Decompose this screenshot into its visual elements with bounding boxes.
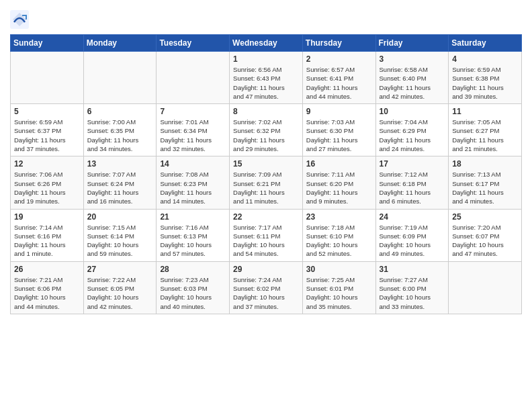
calendar-header <box>10 7 522 29</box>
day-info: Sunrise: 7:16 AM Sunset: 6:13 PM Dayligh… <box>160 223 226 259</box>
calendar-cell: 29Sunrise: 7:24 AM Sunset: 6:02 PM Dayli… <box>230 261 303 314</box>
day-number: 30 <box>306 265 372 274</box>
day-number: 11 <box>452 107 518 116</box>
day-info: Sunrise: 7:22 AM Sunset: 6:05 PM Dayligh… <box>87 275 153 311</box>
day-info: Sunrise: 7:07 AM Sunset: 6:24 PM Dayligh… <box>87 170 153 205</box>
day-info: Sunrise: 7:27 AM Sunset: 6:00 PM Dayligh… <box>380 275 445 311</box>
day-header-thursday: Thursday <box>302 35 375 52</box>
calendar-table: SundayMondayTuesdayWednesdayThursdayFrid… <box>10 34 522 314</box>
logo-icon <box>10 10 29 29</box>
day-number: 12 <box>14 159 80 169</box>
calendar-cell: 19Sunrise: 7:14 AM Sunset: 6:16 PM Dayli… <box>11 209 84 261</box>
day-header-wednesday: Wednesday <box>230 35 303 52</box>
calendar-cell: 8Sunrise: 7:02 AM Sunset: 6:32 PM Daylig… <box>230 104 303 156</box>
calendar-cell: 5Sunrise: 6:59 AM Sunset: 6:37 PM Daylig… <box>11 104 84 156</box>
day-info: Sunrise: 7:14 AM Sunset: 6:16 PM Dayligh… <box>14 223 80 259</box>
day-number: 14 <box>160 159 226 169</box>
day-number: 15 <box>233 159 299 169</box>
calendar-cell: 1Sunrise: 6:56 AM Sunset: 6:43 PM Daylig… <box>230 52 303 104</box>
day-header-friday: Friday <box>375 35 449 52</box>
day-header-monday: Monday <box>83 35 157 52</box>
day-info: Sunrise: 6:57 AM Sunset: 6:41 PM Dayligh… <box>306 65 372 101</box>
day-info: Sunrise: 7:18 AM Sunset: 6:10 PM Dayligh… <box>306 223 372 259</box>
day-info: Sunrise: 7:13 AM Sunset: 6:17 PM Dayligh… <box>452 170 518 205</box>
day-info: Sunrise: 6:59 AM Sunset: 6:38 PM Dayligh… <box>452 65 518 101</box>
calendar-cell: 26Sunrise: 7:21 AM Sunset: 6:06 PM Dayli… <box>11 261 84 314</box>
day-number: 26 <box>14 265 80 274</box>
calendar-cell: 20Sunrise: 7:15 AM Sunset: 6:14 PM Dayli… <box>83 209 157 261</box>
day-info: Sunrise: 7:09 AM Sunset: 6:21 PM Dayligh… <box>233 170 299 205</box>
day-info: Sunrise: 7:12 AM Sunset: 6:18 PM Dayligh… <box>380 170 445 205</box>
calendar-cell: 23Sunrise: 7:18 AM Sunset: 6:10 PM Dayli… <box>302 209 375 261</box>
day-header-saturday: Saturday <box>449 35 522 52</box>
day-info: Sunrise: 7:05 AM Sunset: 6:27 PM Dayligh… <box>452 118 518 153</box>
day-number: 1 <box>233 54 299 64</box>
calendar-cell: 14Sunrise: 7:08 AM Sunset: 6:23 PM Dayli… <box>157 156 230 209</box>
calendar-cell: 24Sunrise: 7:19 AM Sunset: 6:09 PM Dayli… <box>375 209 449 261</box>
day-number: 18 <box>452 159 518 169</box>
day-info: Sunrise: 7:06 AM Sunset: 6:26 PM Dayligh… <box>14 170 80 205</box>
day-number: 8 <box>233 107 299 116</box>
day-number: 5 <box>14 107 80 116</box>
day-info: Sunrise: 6:58 AM Sunset: 6:40 PM Dayligh… <box>380 65 445 101</box>
calendar-cell: 6Sunrise: 7:00 AM Sunset: 6:35 PM Daylig… <box>83 104 157 156</box>
calendar-cell <box>157 52 230 104</box>
day-info: Sunrise: 7:03 AM Sunset: 6:30 PM Dayligh… <box>306 118 372 153</box>
day-info: Sunrise: 7:02 AM Sunset: 6:32 PM Dayligh… <box>233 118 299 153</box>
day-number: 3 <box>380 54 445 64</box>
day-info: Sunrise: 7:23 AM Sunset: 6:03 PM Dayligh… <box>160 275 226 311</box>
calendar-cell: 12Sunrise: 7:06 AM Sunset: 6:26 PM Dayli… <box>11 156 84 209</box>
calendar-cell: 27Sunrise: 7:22 AM Sunset: 6:05 PM Dayli… <box>83 261 157 314</box>
week-row-4: 19Sunrise: 7:14 AM Sunset: 6:16 PM Dayli… <box>11 209 522 261</box>
calendar-cell: 15Sunrise: 7:09 AM Sunset: 6:21 PM Dayli… <box>230 156 303 209</box>
day-number: 16 <box>306 159 372 169</box>
day-number: 24 <box>380 212 445 222</box>
day-info: Sunrise: 7:11 AM Sunset: 6:20 PM Dayligh… <box>306 170 372 205</box>
day-number: 25 <box>452 212 518 222</box>
calendar-cell: 22Sunrise: 7:17 AM Sunset: 6:11 PM Dayli… <box>230 209 303 261</box>
day-number: 19 <box>14 212 80 222</box>
day-number: 7 <box>160 107 226 116</box>
calendar-cell: 30Sunrise: 7:25 AM Sunset: 6:01 PM Dayli… <box>302 261 375 314</box>
day-info: Sunrise: 7:20 AM Sunset: 6:07 PM Dayligh… <box>452 223 518 259</box>
calendar-cell: 10Sunrise: 7:04 AM Sunset: 6:29 PM Dayli… <box>375 104 449 156</box>
day-info: Sunrise: 7:15 AM Sunset: 6:14 PM Dayligh… <box>87 223 153 259</box>
day-number: 9 <box>306 107 372 116</box>
day-info: Sunrise: 7:08 AM Sunset: 6:23 PM Dayligh… <box>160 170 226 205</box>
day-number: 23 <box>306 212 372 222</box>
logo <box>10 10 32 29</box>
calendar-cell <box>449 261 522 314</box>
calendar-cell: 3Sunrise: 6:58 AM Sunset: 6:40 PM Daylig… <box>375 52 449 104</box>
day-header-tuesday: Tuesday <box>157 35 230 52</box>
day-number: 28 <box>160 265 226 274</box>
calendar-cell: 18Sunrise: 7:13 AM Sunset: 6:17 PM Dayli… <box>449 156 522 209</box>
calendar-cell: 21Sunrise: 7:16 AM Sunset: 6:13 PM Dayli… <box>157 209 230 261</box>
day-info: Sunrise: 7:25 AM Sunset: 6:01 PM Dayligh… <box>306 275 372 311</box>
day-number: 31 <box>380 265 445 274</box>
day-info: Sunrise: 7:00 AM Sunset: 6:35 PM Dayligh… <box>87 118 153 153</box>
day-number: 6 <box>87 107 153 116</box>
day-number: 2 <box>306 54 372 64</box>
calendar-cell: 31Sunrise: 7:27 AM Sunset: 6:00 PM Dayli… <box>375 261 449 314</box>
calendar-cell: 28Sunrise: 7:23 AM Sunset: 6:03 PM Dayli… <box>157 261 230 314</box>
day-number: 4 <box>452 54 518 64</box>
calendar-cell: 7Sunrise: 7:01 AM Sunset: 6:34 PM Daylig… <box>157 104 230 156</box>
day-number: 13 <box>87 159 153 169</box>
day-number: 29 <box>233 265 299 274</box>
calendar-cell: 16Sunrise: 7:11 AM Sunset: 6:20 PM Dayli… <box>302 156 375 209</box>
week-row-2: 5Sunrise: 6:59 AM Sunset: 6:37 PM Daylig… <box>11 104 522 156</box>
calendar-cell <box>11 52 84 104</box>
day-number: 21 <box>160 212 226 222</box>
calendar-cell <box>83 52 157 104</box>
day-info: Sunrise: 7:21 AM Sunset: 6:06 PM Dayligh… <box>14 275 80 311</box>
day-info: Sunrise: 7:19 AM Sunset: 6:09 PM Dayligh… <box>380 223 445 259</box>
day-number: 27 <box>87 265 153 274</box>
day-number: 17 <box>380 159 445 169</box>
day-header-row: SundayMondayTuesdayWednesdayThursdayFrid… <box>11 35 522 52</box>
day-info: Sunrise: 6:56 AM Sunset: 6:43 PM Dayligh… <box>233 65 299 101</box>
calendar-cell: 9Sunrise: 7:03 AM Sunset: 6:30 PM Daylig… <box>302 104 375 156</box>
day-info: Sunrise: 7:24 AM Sunset: 6:02 PM Dayligh… <box>233 275 299 311</box>
day-info: Sunrise: 7:01 AM Sunset: 6:34 PM Dayligh… <box>160 118 226 153</box>
day-number: 22 <box>233 212 299 222</box>
week-row-3: 12Sunrise: 7:06 AM Sunset: 6:26 PM Dayli… <box>11 156 522 209</box>
